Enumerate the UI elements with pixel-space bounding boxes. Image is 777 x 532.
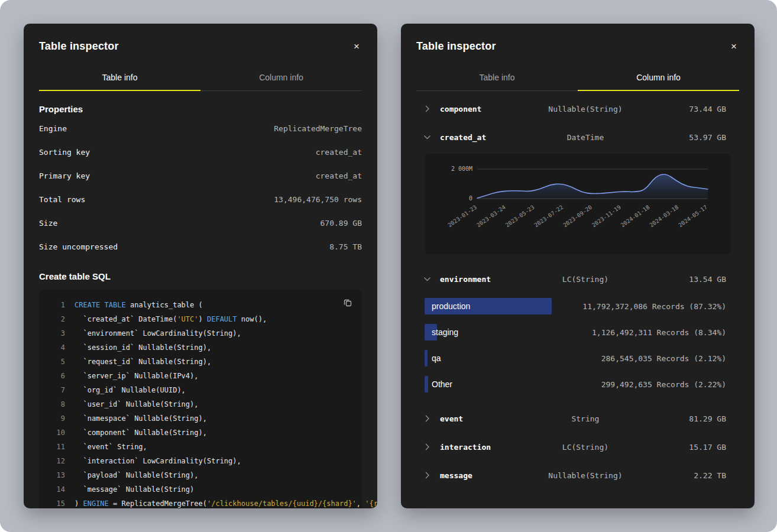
sql-line: 14 `message` Nullable(String) [44, 482, 352, 497]
column-row-event[interactable]: event String 81.29 GB [401, 404, 755, 433]
sql-code-block: 1CREATE TABLE analytics_table (2 `create… [39, 290, 362, 508]
bar-label: qa [432, 353, 441, 363]
svg-text:2023-07-22: 2023-07-22 [533, 204, 564, 229]
bar-records: 11,792,372,086 Records (87.32%) [582, 302, 726, 311]
sql-lines: 1CREATE TABLE analytics_table (2 `create… [44, 298, 352, 508]
line-number: 6 [44, 369, 65, 383]
line-number: 3 [44, 326, 65, 340]
column-type: LC(String) [539, 275, 633, 284]
sql-text: `namespace` Nullable(String), [75, 411, 207, 426]
column-type: DateTime [539, 133, 633, 142]
property-label: Sorting key [39, 148, 90, 157]
line-number: 4 [44, 340, 65, 355]
copy-icon[interactable] [341, 296, 355, 312]
chevron-right-icon [425, 472, 430, 479]
dialog-title: Table inspector [416, 40, 496, 53]
value-bar: qa [425, 350, 601, 366]
bar-records: 299,492,635 Records (2.22%) [601, 380, 726, 389]
environment-value-bars: production 11,792,372,086 Records (87.32… [401, 293, 755, 397]
tab-bar: Table info Column info [39, 66, 362, 91]
property-value: 670.89 GB [320, 219, 362, 228]
column-size: 81.29 GB [632, 414, 726, 423]
sql-line: 9 `namespace` Nullable(String), [44, 411, 352, 426]
sql-text: `payload` Nullable(String), [75, 468, 199, 482]
tab-column-info[interactable]: Column info [200, 66, 362, 90]
dialog-title: Table inspector [39, 40, 119, 53]
column-size: 2.22 TB [632, 471, 726, 480]
property-value: created_at [316, 171, 362, 180]
line-number: 1 [44, 298, 65, 312]
sql-line: 15) ENGINE = ReplicatedMergeTree('/click… [44, 497, 352, 508]
bar-records: 1,126,492,311 Records (8.34%) [592, 328, 726, 337]
sql-text: ) ENGINE = ReplicatedMergeTree('/clickho… [75, 497, 377, 508]
close-icon[interactable]: × [351, 39, 362, 54]
chevron-right-icon [425, 443, 430, 450]
value-bar: staging [425, 324, 592, 340]
create-table-sql-heading: Create table SQL [39, 271, 362, 281]
bar-label: Other [432, 379, 452, 389]
property-value: 8.75 TB [329, 242, 362, 251]
dialog-header: Table inspector × [24, 24, 377, 66]
column-row-message[interactable]: message Nullable(String) 2.22 TB [401, 461, 755, 489]
tab-table-info[interactable]: Table info [416, 66, 578, 90]
sql-line: 3 `environment` LowCardinality(String), [44, 326, 352, 340]
sql-text: CREATE TABLE analytics_table ( [75, 298, 203, 312]
table-info-content: Properties Engine ReplicatedMergeTree So… [24, 104, 377, 508]
created-at-histogram: 2 000M 0 2023-01-232023-03-242023-05-232… [425, 154, 731, 254]
line-number: 14 [44, 482, 65, 497]
property-value: 13,496,476,750 rows [274, 195, 362, 204]
sql-text: `org_id` Nullable(UUID), [75, 383, 186, 397]
properties-heading: Properties [39, 104, 362, 114]
line-number: 10 [44, 426, 65, 440]
sql-text: `component` Nullable(String), [75, 426, 207, 440]
column-type: String [539, 414, 633, 423]
sql-text: `event` String, [75, 440, 147, 454]
sql-line: 11 `event` String, [44, 440, 352, 454]
tab-column-info[interactable]: Column info [578, 66, 739, 90]
desktop-background: Table inspector × Table info Column info… [0, 0, 777, 532]
column-row-environment[interactable]: environment LC(String) 13.54 GB [401, 265, 755, 293]
table-inspector-panel-column-info: Table inspector × Table info Column info… [401, 24, 755, 508]
svg-text:2024-01-18: 2024-01-18 [619, 203, 650, 228]
sql-text: `server_ip` Nullable(IPv4), [75, 369, 199, 383]
column-name: environment [440, 275, 539, 284]
sql-text: `message` Nullable(String) [75, 482, 194, 497]
bar-row-staging: staging 1,126,492,311 Records (8.34%) [401, 319, 755, 345]
sql-line: 6 `server_ip` Nullable(IPv4), [44, 369, 352, 383]
column-type: LC(String) [539, 443, 633, 452]
svg-text:2024-03-18: 2024-03-18 [648, 203, 679, 228]
line-number: 12 [44, 454, 65, 468]
sql-line: 7 `org_id` Nullable(UUID), [44, 383, 352, 397]
sql-text: `user_id` Nullable(String), [75, 397, 199, 411]
line-number: 7 [44, 383, 65, 397]
column-size: 13.54 GB [632, 275, 726, 284]
sql-line: 4 `session_id` Nullable(String), [44, 340, 352, 355]
tab-table-info[interactable]: Table info [39, 66, 200, 90]
property-row-primary-key: Primary key created_at [39, 164, 362, 187]
sql-line: 1CREATE TABLE analytics_table ( [44, 298, 352, 312]
property-value: created_at [316, 148, 362, 157]
svg-text:2023-11-19: 2023-11-19 [591, 203, 622, 228]
created-at-chart: 2 000M 0 2023-01-232023-03-242023-05-232… [425, 154, 731, 254]
property-row-sorting-key: Sorting key created_at [39, 140, 362, 164]
property-label: Engine [39, 124, 67, 133]
bar-label: staging [432, 327, 458, 337]
property-label: Size uncompressed [39, 242, 118, 251]
line-number: 2 [44, 312, 65, 326]
bar-fill [425, 350, 428, 366]
sql-text: `request_id` Nullable(String), [75, 355, 211, 369]
column-row-created-at[interactable]: created_at DateTime 53.97 GB [401, 123, 755, 151]
close-icon[interactable]: × [729, 39, 739, 54]
svg-text:2023-05-23: 2023-05-23 [504, 204, 535, 229]
column-row-component[interactable]: component Nullable(String) 73.44 GB [401, 95, 755, 123]
line-number: 5 [44, 355, 65, 369]
bar-row-production: production 11,792,372,086 Records (87.32… [401, 293, 755, 319]
property-row-size-uncompressed: Size uncompressed 8.75 TB [39, 235, 362, 258]
chevron-down-icon [424, 277, 431, 282]
column-row-interaction[interactable]: interaction LC(String) 15.17 GB [401, 433, 755, 461]
svg-text:2023-01-23: 2023-01-23 [446, 204, 478, 229]
column-type: Nullable(String) [539, 105, 633, 113]
column-size: 53.97 GB [632, 133, 726, 142]
column-name: component [440, 105, 539, 113]
table-inspector-panel-table-info: Table inspector × Table info Column info… [24, 24, 377, 508]
